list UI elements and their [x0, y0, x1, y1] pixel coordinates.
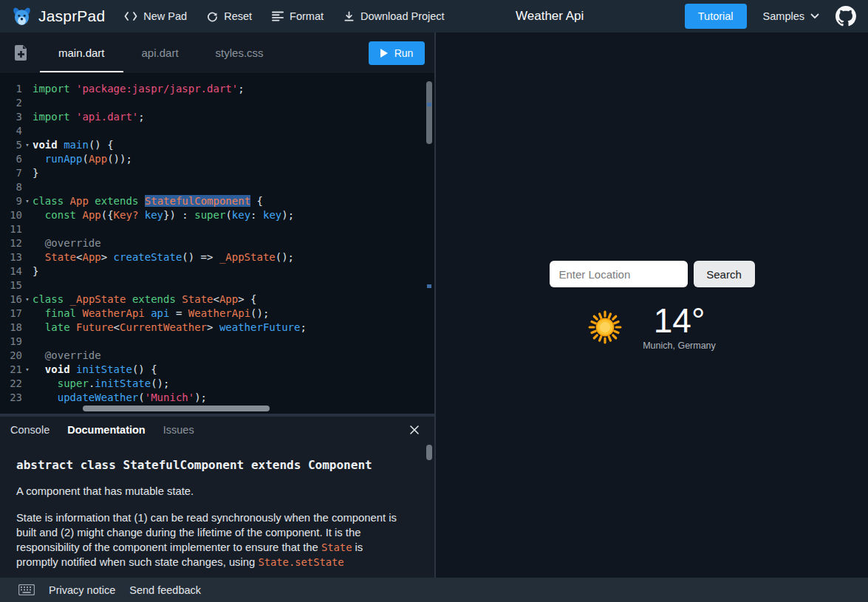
line-number: 3 — [0, 110, 22, 124]
code-line[interactable]: 1import 'package:jaspr/jaspr.dart'; — [0, 82, 434, 96]
close-icon[interactable] — [409, 425, 420, 435]
privacy-notice-link[interactable]: Privacy notice — [49, 584, 115, 596]
code-line[interactable]: 21▾ void initState() { — [0, 363, 434, 377]
fold-spacer — [22, 110, 33, 124]
code-line[interactable]: 18 late Future<CurrentWeather> weatherFu… — [0, 321, 434, 335]
keyboard-icon[interactable] — [18, 584, 35, 595]
code-line[interactable]: 15 — [0, 278, 434, 293]
preview-panel: Search — [436, 33, 868, 578]
editor-column: main.dart api.dart styles.css Run 1impor… — [0, 33, 436, 578]
fold-spacer — [22, 82, 33, 96]
line-number: 10 — [0, 208, 22, 222]
line-number: 2 — [0, 96, 22, 110]
code-line[interactable]: 4 — [0, 124, 434, 138]
code-line[interactable]: 2 — [0, 96, 434, 110]
code-line[interactable]: 17 final WeatherApi api = WeatherApi(); — [0, 307, 434, 321]
fold-arrow-icon[interactable]: ▾ — [22, 363, 33, 377]
add-file-icon[interactable] — [15, 45, 27, 61]
new-pad-button[interactable]: New Pad — [124, 10, 187, 22]
code-line[interactable]: 5▾void main() { — [0, 138, 434, 152]
code-line[interactable]: 14} — [0, 264, 434, 278]
code-brackets-icon — [124, 11, 137, 21]
tab-console[interactable]: Console — [10, 424, 49, 436]
fold-spacer — [22, 349, 33, 363]
fold-spacer — [22, 278, 33, 293]
jasprpad-app: JasprPad New Pad Reset — [0, 0, 868, 602]
line-number: 18 — [0, 321, 22, 335]
line-number: 20 — [0, 349, 22, 363]
fold-spacer — [22, 124, 33, 138]
line-number: 22 — [0, 377, 22, 391]
code-line[interactable]: 8 — [0, 180, 434, 194]
code-line[interactable]: 22 super.initState(); — [0, 377, 434, 391]
download-icon — [344, 11, 355, 22]
tab-documentation[interactable]: Documentation — [67, 424, 146, 436]
editor-vertical-scrollbar[interactable] — [426, 81, 432, 144]
line-number: 6 — [0, 152, 22, 166]
github-link[interactable] — [835, 6, 856, 27]
weather-display: 14° Munich, Germany — [436, 303, 868, 351]
line-number: 11 — [0, 222, 22, 236]
line-number: 9 — [0, 194, 22, 208]
tab-styles-css[interactable]: styles.css — [197, 33, 282, 74]
location-label: Munich, Germany — [643, 341, 716, 351]
tutorial-button[interactable]: Tutorial — [685, 4, 747, 29]
line-number: 8 — [0, 180, 22, 194]
code-line[interactable]: 12 @override — [0, 236, 434, 250]
line-number: 15 — [0, 278, 22, 293]
chevron-down-icon — [810, 13, 819, 19]
fold-spacer — [22, 335, 33, 349]
occurrence-marker — [427, 103, 431, 106]
line-number: 19 — [0, 335, 22, 349]
fold-arrow-icon[interactable]: ▾ — [22, 293, 33, 307]
line-number: 14 — [0, 264, 22, 278]
send-feedback-link[interactable]: Send feedback — [129, 584, 201, 596]
search-row: Search — [436, 261, 868, 287]
code-lines: 1import 'package:jaspr/jaspr.dart';23imp… — [0, 82, 434, 405]
code-line[interactable]: 6 runApp(App()); — [0, 152, 434, 166]
tab-main-dart[interactable]: main.dart — [40, 33, 123, 74]
code-line[interactable]: 7} — [0, 166, 434, 180]
format-button[interactable]: Format — [272, 10, 324, 22]
code-line[interactable]: 10 const App({Key? key}) : super(key: ke… — [0, 208, 434, 222]
doc-paragraph: State is information that (1) can be rea… — [16, 510, 402, 569]
location-input[interactable] — [550, 261, 688, 287]
menu-label: Download Project — [360, 10, 445, 22]
footer-bar: Privacy notice Send feedback — [0, 578, 868, 602]
code-line[interactable]: 3import 'api.dart'; — [0, 110, 434, 124]
search-button[interactable]: Search — [694, 261, 755, 287]
run-button[interactable]: Run — [369, 41, 425, 65]
format-lines-icon — [272, 11, 284, 21]
fold-spacer — [22, 152, 33, 166]
topbar: JasprPad New Pad Reset — [0, 0, 868, 33]
topbar-menu: New Pad Reset Format — [124, 10, 444, 22]
code-line[interactable]: 19 — [0, 335, 434, 349]
refresh-icon — [207, 11, 218, 22]
sun-icon — [588, 310, 622, 344]
fold-arrow-icon[interactable]: ▾ — [22, 194, 33, 208]
fold-spacer — [22, 377, 33, 391]
code-line[interactable]: 9▾class App extends StatefulComponent { — [0, 194, 434, 208]
doc-heading: abstract class StatefulComponent extends… — [16, 458, 402, 472]
code-line[interactable]: 23 updateWeather('Munich'); — [0, 391, 434, 405]
fold-spacer — [22, 264, 33, 278]
code-line[interactable]: 13 State<App> createState() => _AppState… — [0, 250, 434, 264]
reset-button[interactable]: Reset — [207, 10, 252, 22]
tab-api-dart[interactable]: api.dart — [123, 33, 197, 74]
line-number: 21 — [0, 363, 22, 377]
code-line[interactable]: 11 — [0, 222, 434, 236]
editor-horizontal-scrollbar[interactable] — [83, 406, 270, 411]
fold-spacer — [22, 307, 33, 321]
download-project-button[interactable]: Download Project — [344, 10, 445, 22]
code-line[interactable]: 16▾class _AppState extends State<App> { — [0, 293, 434, 307]
jasprpad-logo[interactable]: JasprPad — [12, 7, 105, 27]
tab-label: api.dart — [142, 47, 179, 59]
tab-issues[interactable]: Issues — [163, 424, 194, 436]
fold-arrow-icon[interactable]: ▾ — [22, 138, 33, 152]
docs-scrollbar[interactable] — [426, 445, 432, 460]
fold-spacer — [22, 250, 33, 264]
code-editor[interactable]: 1import 'package:jaspr/jaspr.dart';23imp… — [0, 74, 434, 414]
code-line[interactable]: 20 @override — [0, 349, 434, 363]
samples-dropdown[interactable]: Samples — [763, 10, 819, 22]
doc-paragraph: A component that has mutable state. — [16, 484, 402, 499]
